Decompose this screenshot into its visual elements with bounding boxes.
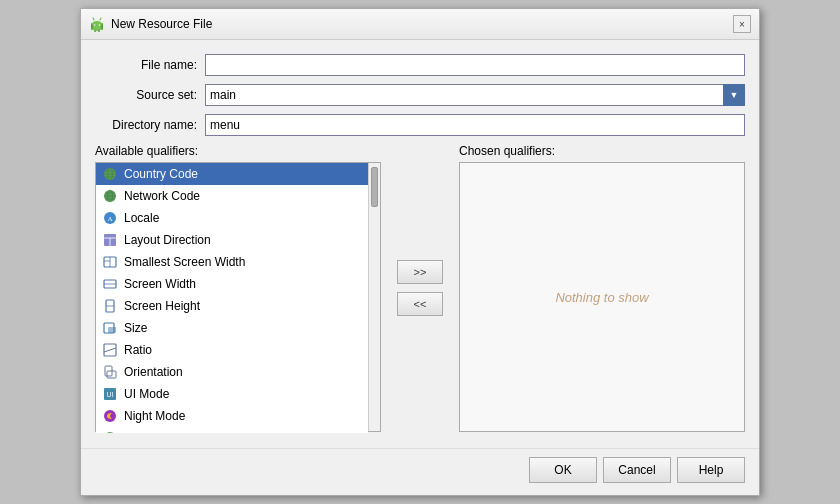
available-qualifiers-label: Available qualifiers:	[95, 144, 381, 158]
screen-h-icon	[102, 298, 118, 314]
list-item-label: Orientation	[124, 365, 183, 379]
file-name-input[interactable]	[205, 54, 745, 76]
list-item-label: Screen Height	[124, 299, 200, 313]
globe-icon	[102, 188, 118, 204]
new-resource-file-dialog: New Resource File × File name: Source se…	[80, 8, 760, 496]
list-item-label: Ratio	[124, 343, 152, 357]
svg-point-41	[104, 432, 116, 433]
list-item-network-code[interactable]: Network Code	[96, 185, 368, 207]
title-bar: New Resource File ×	[81, 9, 759, 40]
screen-w-icon	[102, 276, 118, 292]
density-icon	[102, 430, 118, 433]
list-item-size[interactable]: Size	[96, 317, 368, 339]
file-name-label: File name:	[95, 58, 205, 72]
list-item-label: Network Code	[124, 189, 200, 203]
dialog-title: New Resource File	[111, 17, 212, 31]
list-item-screen-height[interactable]: Screen Height	[96, 295, 368, 317]
locale-icon: A	[102, 210, 118, 226]
svg-point-3	[99, 24, 101, 26]
directory-name-input[interactable]	[205, 114, 745, 136]
svg-rect-9	[98, 30, 100, 32]
list-item-locale[interactable]: ALocale	[96, 207, 368, 229]
svg-rect-7	[101, 24, 103, 29]
svg-line-4	[93, 18, 94, 20]
dialog-footer: OK Cancel Help	[81, 448, 759, 495]
svg-text:UI: UI	[107, 391, 114, 398]
chosen-qualifiers-panel: Chosen qualifiers: Nothing to show	[459, 144, 745, 432]
list-item-ratio[interactable]: Ratio	[96, 339, 368, 361]
remove-qualifier-button[interactable]: <<	[397, 292, 443, 316]
list-item-label: Country Code	[124, 167, 198, 181]
list-item-layout-direction[interactable]: Layout Direction	[96, 229, 368, 251]
available-qualifiers-list-wrapper: Country CodeNetwork CodeALocaleLayout Di…	[95, 162, 381, 432]
list-item-label: Layout Direction	[124, 233, 211, 247]
list-item-night-mode[interactable]: Night Mode	[96, 405, 368, 427]
ok-button[interactable]: OK	[529, 457, 597, 483]
source-set-select[interactable]: main	[205, 84, 745, 106]
list-item-label: Screen Width	[124, 277, 196, 291]
android-icon	[89, 16, 105, 32]
list-item-label: Density	[124, 431, 164, 433]
svg-rect-33	[108, 327, 116, 333]
list-item-ui-mode[interactable]: UIUI Mode	[96, 383, 368, 405]
list-item-smallest-screen-width[interactable]: Smallest Screen Width	[96, 251, 368, 273]
ui-icon: UI	[102, 386, 118, 402]
source-set-label: Source set:	[95, 88, 205, 102]
layout-icon	[102, 232, 118, 248]
chosen-qualifiers-box: Nothing to show	[459, 162, 745, 432]
help-button[interactable]: Help	[677, 457, 745, 483]
cancel-button[interactable]: Cancel	[603, 457, 671, 483]
list-item-label: UI Mode	[124, 387, 169, 401]
svg-rect-6	[91, 24, 93, 29]
qualifiers-section: Available qualifiers: Country CodeNetwor…	[95, 144, 745, 432]
available-qualifiers-list[interactable]: Country CodeNetwork CodeALocaleLayout Di…	[96, 163, 368, 433]
list-item-screen-width[interactable]: Screen Width	[96, 273, 368, 295]
add-qualifier-button[interactable]: >>	[397, 260, 443, 284]
close-button[interactable]: ×	[733, 15, 751, 33]
dialog-body: File name: Source set: main Directory na…	[81, 40, 759, 444]
available-qualifiers-panel: Available qualifiers: Country CodeNetwor…	[95, 144, 381, 432]
ratio-icon	[102, 342, 118, 358]
list-item-label: Locale	[124, 211, 159, 225]
svg-text:A: A	[107, 215, 112, 223]
scrollbar-thumb	[371, 167, 378, 207]
screen-sm-icon	[102, 254, 118, 270]
directory-name-row: Directory name:	[95, 114, 745, 136]
title-bar-left: New Resource File	[89, 16, 212, 32]
list-item-density[interactable]: Density	[96, 427, 368, 433]
list-item-label: Smallest Screen Width	[124, 255, 245, 269]
file-name-row: File name:	[95, 54, 745, 76]
source-set-wrapper: main	[205, 84, 745, 106]
qualifier-transfer-buttons: >> <<	[389, 144, 451, 432]
nothing-to-show-text: Nothing to show	[555, 290, 648, 305]
directory-name-label: Directory name:	[95, 118, 205, 132]
svg-rect-8	[94, 30, 96, 32]
list-item-label: Night Mode	[124, 409, 185, 423]
orientation-icon	[102, 364, 118, 380]
size-icon	[102, 320, 118, 336]
source-set-row: Source set: main	[95, 84, 745, 106]
night-icon	[102, 408, 118, 424]
svg-point-2	[94, 24, 96, 26]
list-item-orientation[interactable]: Orientation	[96, 361, 368, 383]
scrollbar-track[interactable]	[368, 163, 380, 431]
chosen-qualifiers-label: Chosen qualifiers:	[459, 144, 745, 158]
svg-line-5	[100, 18, 101, 20]
globe-icon	[102, 166, 118, 182]
svg-line-35	[104, 348, 116, 352]
list-item-label: Size	[124, 321, 147, 335]
list-item-country-code[interactable]: Country Code	[96, 163, 368, 185]
